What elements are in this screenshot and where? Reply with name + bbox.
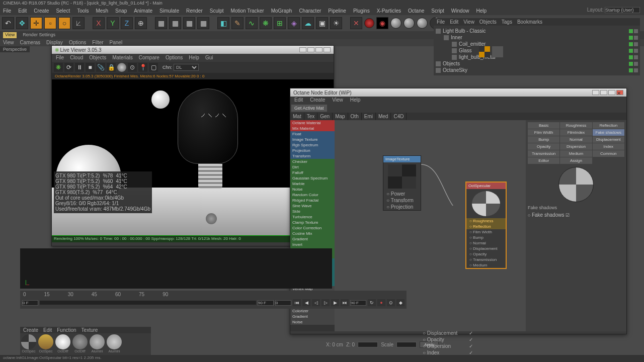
array-icon[interactable]: ⊞ [274, 17, 286, 29]
step-back-icon[interactable]: ◀ [302, 299, 310, 306]
node-port[interactable]: ○ Power [383, 191, 421, 197]
node-type-item[interactable]: Projection [290, 148, 335, 153]
node-port[interactable]: ○ Film Width [466, 229, 506, 235]
octane-logo-icon[interactable]: ◉ [376, 17, 388, 29]
channel-check[interactable]: ○ Displacement✓ [423, 330, 473, 336]
z-axis-icon[interactable]: Z [121, 17, 133, 29]
node-type-item[interactable]: Marble [290, 181, 335, 187]
menu-motion tracker[interactable]: Motion Tracker [231, 8, 264, 14]
node-port[interactable]: ○ Transform [383, 197, 421, 204]
secondary-viewport[interactable]: |_ [20, 248, 332, 289]
material-thumb[interactable] [90, 334, 105, 349]
timeline-cur[interactable] [275, 300, 291, 306]
timeline[interactable]: 0153045607590 ⏮ ◀ ◁ ▷ ▶ ⏭ ↻ ● ⊙ ◆ [20, 291, 407, 309]
object-tree[interactable]: Light Bulb - ClassicInnerCoil_emitterGla… [434, 26, 640, 75]
node-type-item[interactable]: Float [290, 131, 335, 137]
menu-select[interactable]: Select [56, 8, 70, 14]
coord-icon[interactable]: ⊕ [135, 17, 147, 29]
node-type-item[interactable]: Ridged Fractal [290, 198, 335, 203]
node-port[interactable]: ○ Reflection [466, 224, 506, 229]
menu-pipeline[interactable]: Pipeline [328, 8, 346, 14]
menu-plugins[interactable]: Plugins [353, 8, 370, 14]
octane-pinwheel-icon[interactable]: ❋ [54, 63, 63, 72]
menu-simulate[interactable]: Simulate [159, 8, 179, 14]
node-type-item[interactable]: Sine Wave [290, 203, 335, 209]
autokey-icon[interactable]: ⊙ [387, 299, 395, 306]
tag-thumb-icon[interactable] [492, 46, 503, 57]
live-select-icon[interactable]: ✥ [16, 17, 28, 29]
oct-mat1-icon[interactable] [390, 18, 401, 29]
node-type-item[interactable]: Checker [290, 159, 335, 164]
node-port[interactable]: ○ Displacement [466, 246, 506, 251]
y-axis-icon[interactable]: Y [107, 17, 119, 29]
menu-snap[interactable]: Snap [115, 8, 127, 14]
node-type-item[interactable]: Random Color [290, 192, 335, 198]
attr-tab[interactable]: Bump [528, 136, 559, 143]
cube-icon[interactable]: ◧ [217, 17, 229, 29]
goto-start-icon[interactable]: ⏮ [293, 299, 301, 306]
node-type-item[interactable]: Cosine Mix [290, 231, 335, 236]
scale-icon[interactable]: ▫ [44, 17, 56, 29]
node-type-item[interactable]: Mix Material [290, 126, 335, 131]
attr-tab[interactable]: Transmission [528, 150, 559, 157]
nurbs-icon[interactable]: ❋ [260, 17, 272, 29]
pen-icon[interactable]: ✎ [231, 17, 244, 29]
material-thumb[interactable] [38, 334, 53, 349]
node-port[interactable]: ○ Medium [466, 262, 506, 268]
menu-file[interactable]: File [3, 8, 11, 14]
step-fwd-icon[interactable]: ▶ [331, 299, 339, 306]
tag-thumb-icon[interactable] [479, 46, 490, 57]
material-thumb[interactable] [107, 334, 122, 349]
render-icon[interactable]: ▦ [155, 17, 167, 29]
tree-row[interactable]: Inner [436, 34, 638, 41]
node-type-item[interactable]: Invert [290, 242, 335, 247]
node-type-item[interactable]: Gaussian Spectrum [290, 175, 335, 181]
oct-mat2-icon[interactable] [404, 18, 415, 29]
scale-input[interactable] [396, 342, 417, 347]
light-icon[interactable]: ☀ [330, 17, 342, 29]
menu-tools[interactable]: Tools [77, 8, 89, 14]
node-port[interactable]: ○ Projection [383, 204, 421, 210]
attr-tab[interactable]: Fake shadows [593, 129, 624, 136]
render-settings-icon[interactable]: ▦ [197, 17, 209, 29]
tree-row[interactable]: Glass [436, 47, 638, 54]
play-back-icon[interactable]: ◁ [312, 299, 320, 306]
node-type-item[interactable]: Falloff [290, 170, 335, 175]
attr-tab[interactable]: Roughness [560, 122, 592, 129]
focus-icon[interactable]: ⊙ [128, 63, 137, 72]
stop-icon[interactable]: ■ [86, 63, 95, 72]
menu-x-particles[interactable]: X-Particles [377, 8, 401, 14]
material-thumb[interactable] [72, 334, 88, 349]
env-icon[interactable]: ☁ [302, 17, 314, 29]
node-type-item[interactable]: Gradient [290, 314, 335, 319]
pause-icon[interactable]: ⏸ [75, 63, 84, 72]
attr-tab[interactable]: Basic [528, 122, 559, 129]
camera-icon[interactable]: ▣ [316, 17, 328, 29]
spline-icon[interactable]: ∿ [246, 17, 258, 29]
node-editor-titlebar[interactable]: Octane Node Editor (WiP) ✕ [290, 88, 626, 97]
node-port[interactable]: ○ Roughness [466, 218, 506, 224]
tree-row[interactable]: OctaneSky [436, 67, 638, 73]
node-type-item[interactable]: Turbulence [290, 214, 335, 220]
node-type-item[interactable]: Noise [290, 187, 335, 192]
menu-sculpt[interactable]: Sculpt [210, 8, 224, 14]
close-icon[interactable] [324, 47, 331, 52]
attr-tab[interactable]: FilmIndex [560, 129, 592, 136]
octane-rec-icon[interactable] [364, 18, 374, 28]
goto-end-icon[interactable]: ⏭ [341, 299, 349, 306]
attr-tab[interactable]: Film Width [528, 129, 559, 136]
attr-tab[interactable]: Common [593, 150, 624, 157]
view-tab[interactable]: View [3, 32, 17, 38]
menu-create[interactable]: Create [34, 8, 49, 14]
move-icon[interactable]: ✛ [30, 17, 42, 29]
tree-row[interactable]: light_bulb_metal [436, 54, 638, 60]
tree-row[interactable]: Light Bulb - Classic [436, 28, 638, 34]
tree-row[interactable]: Objects [436, 60, 638, 67]
close-icon[interactable]: ✕ [616, 90, 623, 95]
menu-window[interactable]: Window [451, 8, 469, 14]
attr-tab[interactable]: Medium [560, 150, 592, 157]
menu-render[interactable]: Render [186, 8, 203, 14]
menu-mograph[interactable]: MoGraph [271, 8, 292, 14]
menu-script[interactable]: Script [431, 8, 444, 14]
coord-input[interactable] [358, 342, 378, 347]
